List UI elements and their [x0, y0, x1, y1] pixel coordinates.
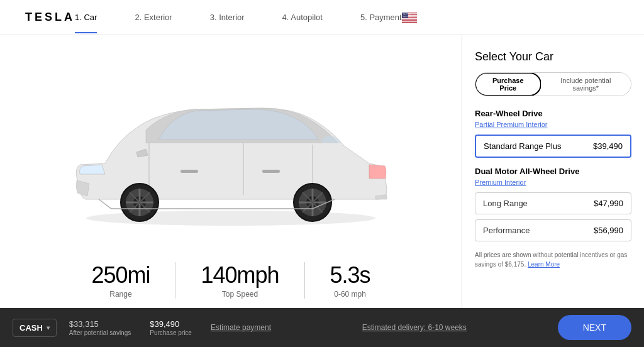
svg-rect-6 [402, 21, 417, 21]
car-image-container [17, 48, 445, 256]
dual-motor-label: Dual Motor All-Wheel Drive [475, 167, 631, 176]
zero-sixty-label: 0-60 mph [330, 290, 370, 299]
purchase-price-value: $39,490 [150, 319, 192, 329]
performance-name: Performance [483, 226, 530, 235]
panel-title: Select Your Car [475, 50, 631, 63]
top-speed-value: 140mph [201, 262, 279, 289]
top-speed-label: Top Speed [201, 290, 279, 299]
svg-rect-4 [402, 18, 417, 18]
partial-premium-interior-link[interactable]: Partial Premium Interior [475, 121, 631, 128]
long-range-option[interactable]: Long Range $47,990 [475, 192, 631, 214]
next-button[interactable]: NEXT [558, 315, 631, 340]
header: TESLA 1. Car 2. Exterior 3. Interior 4. … [0, 0, 644, 35]
cash-selector[interactable]: CASH ▾ [13, 319, 57, 337]
stat-range: 250mi Range [66, 262, 175, 299]
long-range-name: Long Range [483, 199, 528, 208]
svg-rect-5 [402, 19, 417, 20]
delivery-info[interactable]: Estimated delivery: 6-10 weeks [284, 323, 545, 332]
after-savings-value: $33,315 [69, 319, 131, 329]
car-stats: 250mi Range 140mph Top Speed 5.3s 0-60 m… [13, 256, 449, 302]
zero-sixty-value: 5.3s [330, 262, 370, 289]
car-image [48, 77, 413, 228]
rear-wheel-drive-section: Rear-Wheel Drive Partial Premium Interio… [475, 109, 631, 158]
purchase-price-toggle[interactable]: Purchase Price [475, 72, 541, 96]
tab-interior[interactable]: 3. Interior [210, 1, 245, 33]
after-savings-label: After potential savings [69, 329, 131, 336]
cash-label: CASH [19, 323, 43, 333]
right-panel: Select Your Car Purchase Price Include p… [462, 35, 644, 308]
tab-car[interactable]: 1. Car [75, 1, 97, 33]
flag-icon[interactable]: ★ ★ ★ ★ ★ ★ ★ ★ ★ ★ ★ ★ ★ ★ ★ ★ ★ ★ ★ ★ … [402, 13, 417, 23]
dual-motor-awd-section: Dual Motor All-Wheel Drive Premium Inter… [475, 167, 631, 241]
nav-tabs: 1. Car 2. Exterior 3. Interior 4. Autopi… [75, 1, 402, 33]
performance-price: $56,990 [594, 226, 623, 235]
standard-range-plus-option[interactable]: Standard Range Plus $39,490 [475, 135, 631, 158]
standard-range-plus-name: Standard Range Plus [484, 141, 562, 151]
include-savings-toggle[interactable]: Include potential savings* [541, 73, 631, 96]
performance-option[interactable]: Performance $56,990 [475, 219, 631, 241]
long-range-price: $47,990 [594, 199, 623, 208]
learn-more-link[interactable]: Learn More [528, 261, 560, 268]
svg-rect-17 [262, 170, 280, 173]
svg-rect-16 [180, 170, 198, 173]
car-section: 250mi Range 140mph Top Speed 5.3s 0-60 m… [0, 35, 462, 308]
chevron-down-icon: ▾ [47, 324, 50, 331]
price-toggle: Purchase Price Include potential savings… [475, 72, 631, 96]
stat-zero-sixty: 5.3s 0-60 mph [304, 262, 396, 299]
bottom-bar: CASH ▾ $33,315 After potential savings $… [0, 308, 644, 347]
rear-wheel-label: Rear-Wheel Drive [475, 109, 631, 118]
premium-interior-link[interactable]: Premium Interior [475, 179, 631, 186]
standard-range-plus-price: $39,490 [593, 141, 623, 151]
stat-top-speed: 140mph Top Speed [175, 262, 304, 299]
tab-payment[interactable]: 5. Payment [360, 1, 402, 33]
estimate-payment-link[interactable]: Estimate payment [211, 323, 271, 332]
tab-exterior[interactable]: 2. Exterior [135, 1, 172, 33]
range-value: 250mi [91, 262, 150, 289]
price-info: $33,315 After potential savings [69, 319, 131, 336]
tab-autopilot[interactable]: 4. Autopilot [282, 1, 323, 33]
nav: 1. Car 2. Exterior 3. Interior 4. Autopi… [75, 1, 402, 33]
purchase-price-info: $39,490 Purchase price [150, 319, 192, 336]
purchase-price-label: Purchase price [150, 329, 192, 336]
tesla-logo: TESLA [25, 11, 75, 24]
main-content: 250mi Range 140mph Top Speed 5.3s 0-60 m… [0, 35, 644, 308]
range-label: Range [91, 290, 150, 299]
disclaimer: All prices are shown without potential i… [475, 250, 631, 269]
